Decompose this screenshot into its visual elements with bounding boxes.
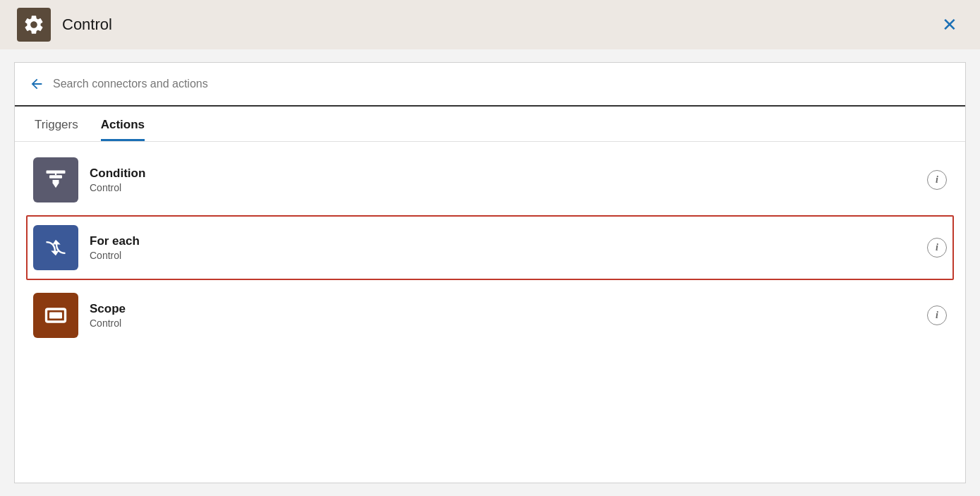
header: Control ✕: [0, 0, 980, 49]
actions-list: Condition Control i For each Control: [15, 142, 965, 483]
header-title: Control: [62, 16, 112, 34]
gear-icon: [23, 13, 45, 36]
scope-info: Scope Control: [90, 302, 927, 329]
condition-subtitle: Control: [90, 182, 927, 193]
action-item-condition[interactable]: Condition Control i: [15, 147, 965, 212]
foreach-info: For each Control: [90, 234, 927, 261]
tab-actions[interactable]: Actions: [101, 118, 145, 141]
scope-subtitle: Control: [90, 317, 927, 329]
action-item-for-each[interactable]: For each Control i: [26, 215, 954, 280]
action-item-scope[interactable]: Scope Control i: [15, 283, 965, 348]
scope-info-button[interactable]: i: [927, 306, 947, 325]
condition-info: Condition Control: [90, 167, 927, 193]
tab-triggers[interactable]: Triggers: [35, 118, 78, 141]
condition-info-button[interactable]: i: [927, 170, 947, 190]
svg-rect-0: [47, 171, 66, 174]
tabs-bar: Triggers Actions: [15, 107, 965, 142]
main-panel: Triggers Actions Condition Cont: [14, 62, 966, 483]
close-button[interactable]: ✕: [936, 13, 963, 37]
scope-name: Scope: [90, 302, 927, 316]
foreach-info-button[interactable]: i: [927, 238, 947, 258]
foreach-name: For each: [90, 234, 927, 248]
foreach-icon: [43, 235, 68, 260]
scope-icon-box: [33, 293, 78, 338]
back-arrow-button[interactable]: [29, 76, 44, 92]
condition-name: Condition: [90, 167, 927, 181]
search-bar: [15, 63, 965, 107]
app-container: Control ✕ Triggers Actions: [0, 0, 980, 496]
condition-icon-box: [33, 157, 78, 202]
back-arrow-icon: [29, 76, 44, 92]
foreach-subtitle: Control: [90, 250, 927, 261]
header-left: Control: [17, 8, 112, 42]
header-icon-box: [17, 8, 51, 42]
svg-rect-5: [49, 313, 62, 319]
condition-icon: [43, 167, 68, 193]
foreach-icon-box: [33, 225, 78, 270]
svg-rect-1: [49, 175, 62, 179]
scope-icon: [43, 303, 68, 328]
search-input[interactable]: [53, 78, 951, 90]
svg-marker-2: [53, 180, 59, 188]
